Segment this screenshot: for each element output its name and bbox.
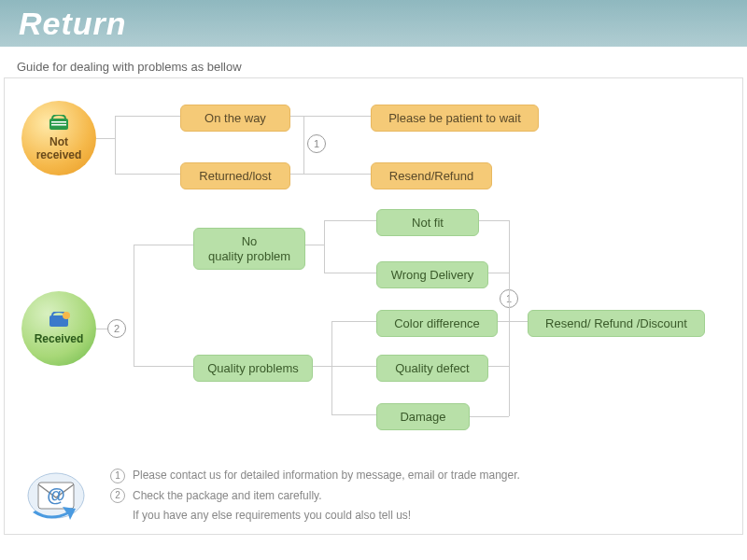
cart-icon — [46, 312, 72, 330]
connector — [290, 174, 371, 175]
connector — [331, 321, 376, 322]
svg-text:@: @ — [47, 484, 65, 505]
connector — [115, 116, 116, 174]
badge-label: Received — [35, 332, 84, 345]
connector — [331, 321, 332, 414]
connector — [470, 416, 509, 417]
footer-text: 1Please contact us for detailed informat… — [110, 466, 726, 526]
diagram-area: Not received On the way Returned/lost 1 … — [4, 77, 743, 535]
connector — [134, 366, 193, 367]
svg-rect-1 — [51, 121, 66, 123]
box-not-fit: Not fit — [376, 209, 479, 236]
page-header: Return — [0, 0, 747, 47]
connector — [96, 329, 107, 329]
svg-rect-2 — [51, 124, 66, 126]
footer-notes: @ 1Please contact us for detailed inform… — [21, 466, 726, 526]
connector — [305, 245, 324, 245]
connector — [115, 116, 180, 117]
box-final-outcome: Resend/ Refund /Discount — [528, 310, 705, 337]
connector — [313, 366, 331, 367]
badge-received: Received — [21, 291, 96, 366]
note-line: Check the package and item carefully. — [133, 486, 322, 507]
cart-icon — [46, 115, 72, 133]
connector — [488, 366, 509, 367]
badge-label: received — [36, 148, 82, 161]
connector — [498, 321, 528, 322]
connector — [290, 116, 371, 117]
note-line: Please contact us for detailed informati… — [133, 466, 520, 486]
badge-label: Not — [49, 135, 68, 148]
mail-icon: @ — [21, 466, 92, 526]
box-damage: Damage — [376, 403, 470, 430]
note-marker-2: 2 — [107, 319, 126, 338]
connector — [96, 138, 115, 139]
connector — [488, 273, 509, 273]
box-label: quality problem — [208, 249, 290, 264]
box-returned-lost: Returned/lost — [180, 162, 290, 189]
connector — [331, 366, 376, 367]
connector — [303, 116, 304, 174]
box-quality-problems: Quality problems — [193, 355, 313, 382]
box-resend-refund: Resend/Refund — [371, 162, 492, 189]
connector — [134, 245, 193, 245]
note-line: If you have any else requirements you co… — [133, 506, 411, 526]
guide-intro: Guide for dealing with problems as bello… — [0, 47, 747, 74]
note-num-2: 2 — [110, 488, 125, 503]
connector — [134, 245, 134, 366]
connector — [115, 174, 180, 175]
svg-point-4 — [63, 312, 70, 319]
connector — [331, 414, 376, 415]
box-no-quality-problem: No quality problem — [193, 228, 305, 270]
note-marker-1: 1 — [307, 134, 326, 153]
connector — [324, 220, 325, 273]
page-title: Return — [19, 6, 127, 42]
connector — [324, 273, 376, 273]
box-wrong-delivery: Wrong Delivery — [376, 261, 488, 288]
box-quality-defect: Quality defect — [376, 355, 488, 382]
note-num-1: 1 — [110, 469, 125, 483]
connector — [324, 220, 376, 221]
badge-not-received: Not received — [21, 101, 96, 175]
connector — [509, 220, 510, 416]
box-please-wait: Please be patient to wait — [371, 105, 539, 132]
box-color-difference: Color difference — [376, 310, 498, 337]
box-label: No — [242, 234, 258, 249]
box-on-the-way: On the way — [180, 105, 290, 132]
connector — [479, 220, 509, 221]
